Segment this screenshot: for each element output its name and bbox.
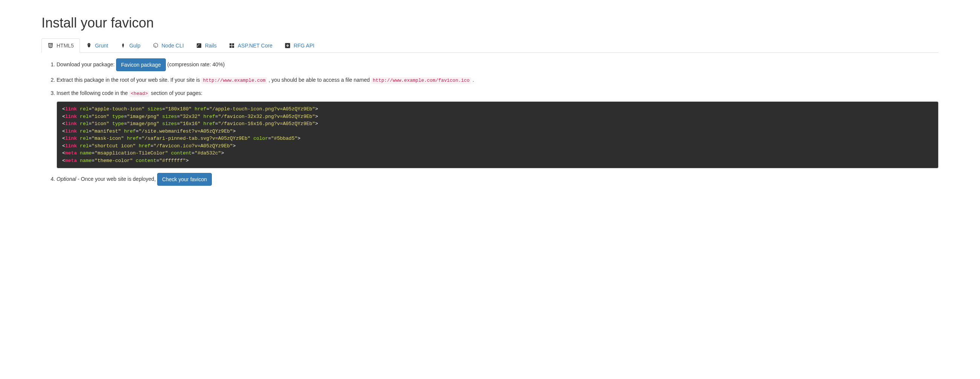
optional-label: Optional xyxy=(57,176,76,182)
rails-icon xyxy=(196,43,202,49)
tab-label: ASP.NET Core xyxy=(238,43,272,49)
instruction-list: Download your package: Favicon package (… xyxy=(41,59,939,186)
step-extract: Extract this package in the root of your… xyxy=(57,76,939,84)
check-favicon-button[interactable]: Check your favicon xyxy=(157,173,212,186)
html5-icon xyxy=(48,43,54,49)
favicon-url-code: http://www.example.com/favicon.ico xyxy=(371,77,471,84)
tab-aspnet-core[interactable]: ASP.NET Core xyxy=(223,38,278,53)
nodejs-icon xyxy=(153,43,159,49)
tab-label: Rails xyxy=(205,43,217,49)
tab-label: HTML5 xyxy=(57,43,74,49)
example-url-code: http://www.example.com xyxy=(201,77,267,84)
step-check: Optional - Once your web site is deploye… xyxy=(57,173,939,186)
tab-label: Gulp xyxy=(129,43,141,49)
step-text: Insert the following code in the xyxy=(57,90,129,96)
tab-label: Grunt xyxy=(95,43,108,49)
tab-node-cli[interactable]: Node CLI xyxy=(146,38,190,53)
grunt-icon xyxy=(86,43,92,49)
svg-point-7 xyxy=(287,45,288,46)
tab-rails[interactable]: Rails xyxy=(190,38,223,53)
step-text: Download your package: xyxy=(57,62,116,67)
step-text: section of your pages: xyxy=(151,90,202,96)
gulp-icon xyxy=(120,43,126,49)
tab-rfg-api[interactable]: RFG API xyxy=(278,38,320,53)
rfg-api-icon xyxy=(285,43,291,49)
tab-label: Node CLI xyxy=(162,43,184,49)
svg-rect-0 xyxy=(197,43,201,48)
tab-label: RFG API xyxy=(294,43,314,49)
tab-gulp[interactable]: Gulp xyxy=(114,38,146,53)
step-text: , you should be able to access a file na… xyxy=(269,77,371,83)
step-text: Extract this package in the root of your… xyxy=(57,77,201,83)
step-text: . xyxy=(473,77,474,83)
svg-rect-1 xyxy=(229,43,231,45)
tab-list: HTML5 Grunt Gulp Node CLI xyxy=(41,38,939,53)
svg-rect-3 xyxy=(229,46,231,48)
svg-rect-4 xyxy=(232,46,234,48)
step-download: Download your package: Favicon package (… xyxy=(57,59,939,71)
step-insert-code: Insert the following code in the <head> … xyxy=(57,89,939,168)
head-code: <head> xyxy=(129,90,149,97)
step-text: - Once your web site is deployed, xyxy=(78,176,157,182)
step-text: (compression rate: 40%) xyxy=(167,62,225,67)
page-title: Install your favicon xyxy=(41,15,939,31)
windows-icon xyxy=(229,43,235,49)
favicon-package-button[interactable]: Favicon package xyxy=(116,59,166,71)
svg-rect-2 xyxy=(232,43,234,45)
tab-grunt[interactable]: Grunt xyxy=(80,38,114,53)
tab-html5[interactable]: HTML5 xyxy=(41,38,80,53)
code-snippet[interactable]: <link rel="apple-touch-icon" sizes="180x… xyxy=(57,101,939,168)
